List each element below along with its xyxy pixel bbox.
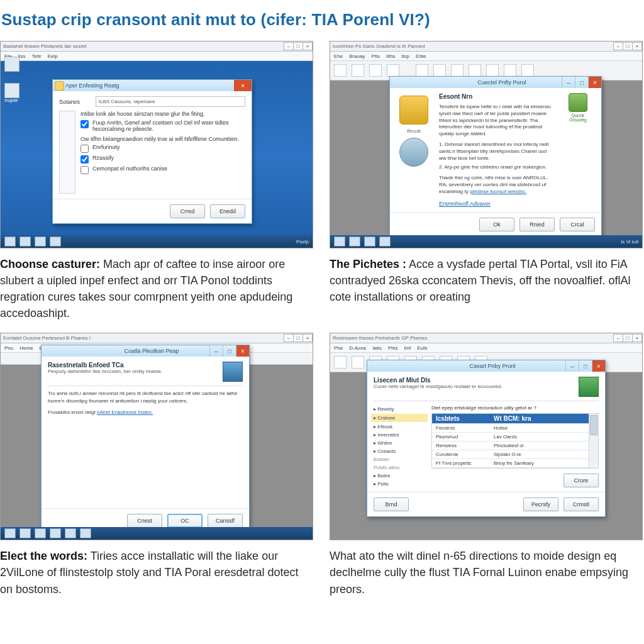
ok-button[interactable]: OC: [167, 514, 203, 528]
maximize-icon[interactable]: □: [293, 42, 303, 50]
help-link[interactable]: girtdinse fucnsof wrestnc.: [470, 189, 526, 194]
close-icon[interactable]: ×: [588, 77, 601, 88]
dialog-heading: Eesont Nrn: [439, 93, 553, 100]
dialog-title: Aper Enfesting Reatg: [65, 82, 119, 89]
maximize-icon[interactable]: □: [575, 77, 588, 88]
details-link[interactable]: hAbet Enastresist Insten.: [97, 409, 153, 415]
advanced-link[interactable]: Ersmnhivofl Advaver: [439, 201, 491, 207]
option-4[interactable]: Cemonpat el nuthorihs canise: [80, 165, 245, 174]
scrollbar[interactable]: [589, 414, 598, 468]
menubar[interactable]: EieIissTetirEelp: [1, 52, 313, 61]
taskbar[interactable]: Pssfp: [1, 235, 313, 248]
caption-4: What ato the wilt dinel n-65 directions …: [330, 548, 639, 597]
create-button[interactable]: Crore: [564, 474, 599, 487]
option-1[interactable]: Fuup Anritn, Genel aref cceitsen ocl Oel…: [80, 119, 245, 132]
dialog-title: Cseart Pnby Pronl: [469, 363, 515, 369]
option-3[interactable]: Rzassify: [80, 155, 245, 164]
dialog-title: Cuectel Pnfty Porol: [477, 79, 526, 86]
ok-button[interactable]: Enedd: [210, 204, 245, 218]
dialog-heading: Rasestnetalb Enfoed TCa: [48, 362, 162, 369]
desktop-icon[interactable]: [4, 57, 19, 72]
back-button[interactable]: Brnd: [374, 497, 409, 511]
start-button[interactable]: [334, 236, 345, 247]
option-2[interactable]: Enrfurinoty: [80, 144, 245, 153]
cancel-button[interactable]: Crred: [170, 204, 205, 218]
install-dialog: Coatla Pleotkan Peap –□× Rasestnetalb En…: [41, 345, 250, 533]
screenshot-3: Eontalet Ousone Pertesesd B Pbanes l–□× …: [0, 333, 313, 540]
disk-icon: [399, 138, 428, 167]
taskbar-clock: Pssfp: [296, 239, 309, 245]
maximize-icon[interactable]: □: [223, 345, 236, 357]
maximize-icon[interactable]: □: [623, 42, 633, 50]
taskbar-item[interactable]: [19, 236, 31, 247]
minimize-icon[interactable]: –: [209, 345, 223, 357]
shield-icon: [569, 93, 587, 112]
path-input[interactable]: ILBS Cassons, rapersare: [96, 96, 245, 107]
close-button[interactable]: Cansslf: [208, 514, 243, 528]
close-icon[interactable]: ×: [632, 42, 642, 50]
wizard-step-active: ▸ Crstone: [371, 414, 428, 422]
screenshot-4: Reeinswen theses Perbebedtr GP Pbenes–□×…: [330, 333, 643, 540]
taskbar-item[interactable]: [35, 236, 46, 247]
next-button[interactable]: Pecrsfy: [523, 497, 558, 511]
next-button[interactable]: Rnied: [519, 218, 555, 231]
device-icon: [579, 377, 599, 397]
package-icon: [399, 96, 428, 125]
screenshot-2: bonrirben Ps Gans Gradend is th Panned–□…: [330, 41, 643, 248]
cancel-button[interactable]: Crmstl: [564, 497, 599, 511]
close-icon[interactable]: ×: [234, 80, 252, 91]
start-button[interactable]: [4, 236, 16, 247]
taskbar-item[interactable]: [50, 236, 61, 247]
close-icon[interactable]: ×: [303, 42, 313, 50]
control-panel-dialog: Cuectel Pnfty Porol –□× Rrcott Eesont Nr…: [389, 76, 602, 237]
installer-icon: [223, 362, 243, 382]
page-title: Sustap crip cransont anit mut to (cifer:…: [1, 10, 634, 30]
properties-table: IcsbtetsWt BCM: kra FecsirdsHolise Pksns…: [431, 413, 599, 469]
cancel-button[interactable]: Cnest: [127, 514, 162, 528]
side-ruler: [59, 111, 75, 194]
window-titlebar: Bastahet tineam Pibdanels tab sesref –□×: [1, 42, 313, 52]
close-icon[interactable]: ×: [592, 360, 605, 372]
minimize-icon[interactable]: –: [562, 77, 575, 88]
close-icon[interactable]: ×: [236, 345, 249, 357]
screenshot-1: Bastahet tineam Pibdanels tab sesref –□×…: [0, 41, 313, 248]
dialog-title: Coatla Pleotkan Peap: [124, 348, 179, 354]
wizard-dialog: Cseart Pnby Pronl –□× Lisecen af Miut Dl…: [367, 360, 606, 517]
app-icon: [55, 81, 64, 91]
field-label: Sotanes: [59, 99, 92, 105]
minimize-icon[interactable]: –: [613, 42, 623, 50]
cancel-button[interactable]: Crcal: [560, 218, 595, 231]
minimize-icon[interactable]: –: [284, 42, 294, 50]
caption-3: Elect the words: Tiries acce installatic…: [0, 548, 309, 597]
caption-2: The Pichetes : Acce a vysfade pertal TIA…: [330, 256, 639, 305]
desktop-icon[interactable]: [4, 83, 19, 98]
wizard-sidebar[interactable]: ▸ Rewhiy ▸ Crstone ▸ Efessk ▸ Inrernetnl…: [374, 405, 425, 488]
settings-dialog: Aper Enfesting Reatg× SotanesILBS Casson…: [52, 79, 252, 224]
caption-1: Choonse casturer: Mach apr of caftee to …: [0, 256, 309, 321]
ok-button[interactable]: Ok: [479, 218, 514, 231]
